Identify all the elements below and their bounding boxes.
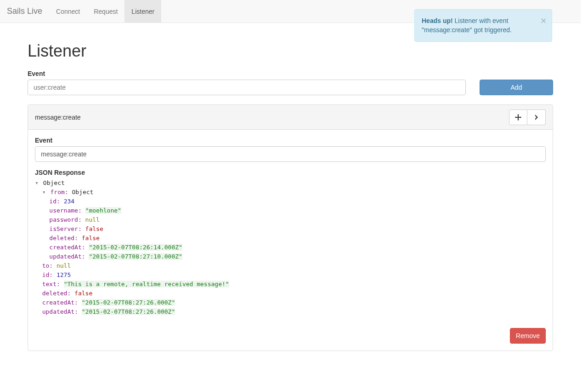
- nav-listener[interactable]: Listener: [124, 0, 161, 23]
- listener-event-input[interactable]: [35, 146, 546, 162]
- move-icon[interactable]: [509, 109, 527, 125]
- alert-lead: Heads up!: [422, 17, 453, 24]
- nav-request[interactable]: Request: [87, 0, 124, 23]
- chevron-right-icon[interactable]: [527, 109, 546, 125]
- add-button[interactable]: Add: [480, 80, 553, 95]
- listener-name: message:create: [35, 114, 509, 121]
- remove-button[interactable]: Remove: [510, 328, 546, 344]
- alert-heads-up: × Heads up! Listener with event "message…: [414, 9, 552, 42]
- nav-connect[interactable]: Connect: [49, 0, 87, 23]
- brand-link[interactable]: Sails Live: [7, 0, 49, 23]
- event-input[interactable]: [28, 80, 466, 95]
- json-response-title: JSON Response: [35, 169, 546, 176]
- event-label: Event: [28, 70, 553, 77]
- listener-panel: message:create Event JSON Response ▾ Obj…: [28, 104, 553, 351]
- close-icon[interactable]: ×: [541, 14, 546, 27]
- listener-event-label: Event: [35, 137, 546, 144]
- json-viewer[interactable]: ▾ Object ▾ from: Object id: 234 username…: [35, 178, 546, 316]
- page-title: Listener: [28, 41, 553, 61]
